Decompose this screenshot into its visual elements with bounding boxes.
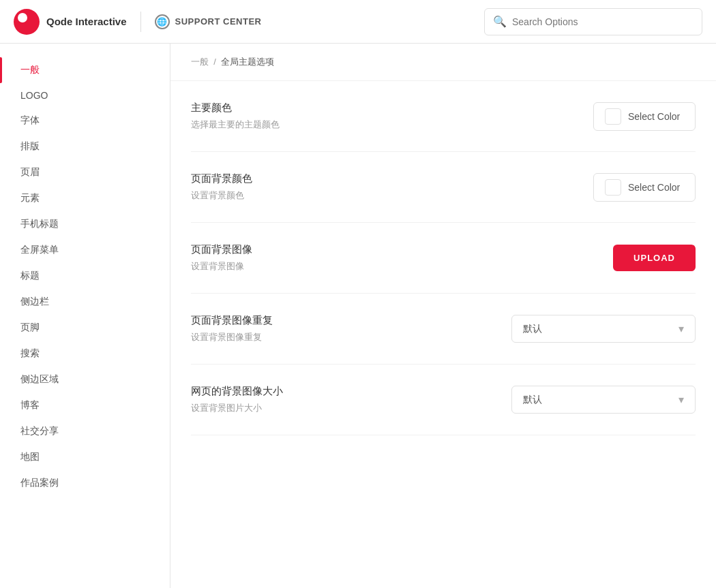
upload-button-bg-image[interactable]: UPLOAD [613,245,696,271]
setting-row-primary-color: 主要颜色选择最主要的主题颜色Select Color [191,81,696,152]
setting-control-bg-repeat: 默认▾ [511,315,696,343]
support-center-label: SUPPORT CENTER [175,16,262,27]
chevron-down-icon-bg-repeat: ▾ [678,322,684,335]
color-swatch-primary-color [605,108,621,125]
sidebar-item-paiban[interactable]: 排版 [0,134,170,159]
sidebar: 一般LOGO字体排版页眉元素手机标题全屏菜单标题侧边栏页脚搜索侧边区域博客社交分… [0,44,170,588]
support-center-link[interactable]: 🌐 SUPPORT CENTER [155,14,262,29]
setting-desc-bg-color: 设置背景颜色 [191,189,566,202]
setting-desc-bg-size: 设置背景图片大小 [191,402,484,414]
breadcrumb: 一般 / 全局主题选项 [170,44,716,81]
search-bar[interactable]: 🔍 [484,8,702,35]
sidebar-item-ditu[interactable]: 地图 [0,444,170,470]
search-input[interactable] [512,16,693,27]
setting-control-bg-color: Select Color [593,173,696,202]
settings-content: 主要颜色选择最主要的主题颜色Select Color页面背景颜色设置背景颜色Se… [170,81,716,435]
sidebar-item-quanpingcaidan[interactable]: 全屏菜单 [0,237,170,263]
setting-row-bg-repeat: 页面背景图像重复设置背景图像重复默认▾ [191,294,696,365]
setting-row-bg-color: 页面背景颜色设置背景颜色Select Color [191,152,696,223]
setting-control-bg-image: UPLOAD [613,245,696,271]
logo-text: Qode Interactive [46,16,127,27]
color-picker-button-bg-color[interactable]: Select Color [593,173,696,202]
main-content: 一般 / 全局主题选项 主要颜色选择最主要的主题颜色Select Color页面… [170,44,716,588]
color-picker-button-primary-color[interactable]: Select Color [593,102,696,131]
setting-row-bg-size: 网页的背景图像大小设置背景图片大小默认▾ [191,365,696,435]
setting-title-bg-repeat: 页面背景图像重复 [191,314,484,327]
sidebar-item-shejiaofenxiang[interactable]: 社交分享 [0,418,170,444]
header-divider [140,12,141,32]
sidebar-item-cebianzhan[interactable]: 侧边栏 [0,289,170,315]
sidebar-item-boke[interactable]: 博客 [0,392,170,418]
logo-area[interactable]: Qode Interactive [14,9,127,35]
setting-title-bg-image: 页面背景图像 [191,243,586,256]
setting-row-bg-image: 页面背景图像设置背景图像UPLOAD [191,223,696,294]
sidebar-item-ziti[interactable]: 字体 [0,108,170,134]
sidebar-item-yemei[interactable]: 页眉 [0,159,170,185]
setting-title-bg-color: 页面背景颜色 [191,172,566,185]
setting-info-primary-color: 主要颜色选择最主要的主题颜色 [191,102,566,131]
sidebar-item-cebianyuyu[interactable]: 侧边区域 [0,367,170,392]
setting-info-bg-repeat: 页面背景图像重复设置背景图像重复 [191,314,484,343]
main-layout: 一般LOGO字体排版页眉元素手机标题全屏菜单标题侧边栏页脚搜索侧边区域博客社交分… [0,44,716,588]
sidebar-item-shoujibiaoti[interactable]: 手机标题 [0,211,170,237]
search-icon: 🔍 [493,15,507,28]
sidebar-item-logo[interactable]: LOGO [0,83,170,108]
setting-title-bg-size: 网页的背景图像大小 [191,385,484,398]
header: Qode Interactive 🌐 SUPPORT CENTER 🔍 [0,0,716,44]
color-label-bg-color: Select Color [628,182,680,193]
setting-info-bg-color: 页面背景颜色设置背景颜色 [191,172,566,202]
color-label-primary-color: Select Color [628,111,680,122]
setting-control-bg-size: 默认▾ [511,386,696,414]
select-control-bg-repeat[interactable]: 默认▾ [511,315,696,343]
sidebar-item-zuopinanel[interactable]: 作品案例 [0,470,170,496]
select-value-bg-size: 默认 [523,394,542,406]
setting-info-bg-image: 页面背景图像设置背景图像 [191,243,586,273]
setting-control-primary-color: Select Color [593,102,696,131]
setting-desc-primary-color: 选择最主要的主题颜色 [191,119,566,131]
chevron-down-icon-bg-size: ▾ [678,393,684,406]
sidebar-item-yuansu[interactable]: 元素 [0,185,170,211]
breadcrumb-current: 全局主题选项 [221,57,274,67]
logo-icon [14,9,40,35]
globe-icon: 🌐 [155,14,170,29]
sidebar-item-yejiao[interactable]: 页脚 [0,315,170,341]
color-swatch-bg-color [605,179,621,196]
sidebar-item-yiban[interactable]: 一般 [0,57,170,83]
setting-title-primary-color: 主要颜色 [191,102,566,114]
sidebar-item-biaoti[interactable]: 标题 [0,263,170,289]
setting-desc-bg-image: 设置背景图像 [191,260,586,273]
setting-info-bg-size: 网页的背景图像大小设置背景图片大小 [191,385,484,414]
sidebar-item-sousuo[interactable]: 搜索 [0,341,170,367]
setting-desc-bg-repeat: 设置背景图像重复 [191,331,484,343]
select-value-bg-repeat: 默认 [523,323,542,335]
breadcrumb-parent[interactable]: 一般 [191,57,209,67]
select-control-bg-size[interactable]: 默认▾ [511,386,696,414]
